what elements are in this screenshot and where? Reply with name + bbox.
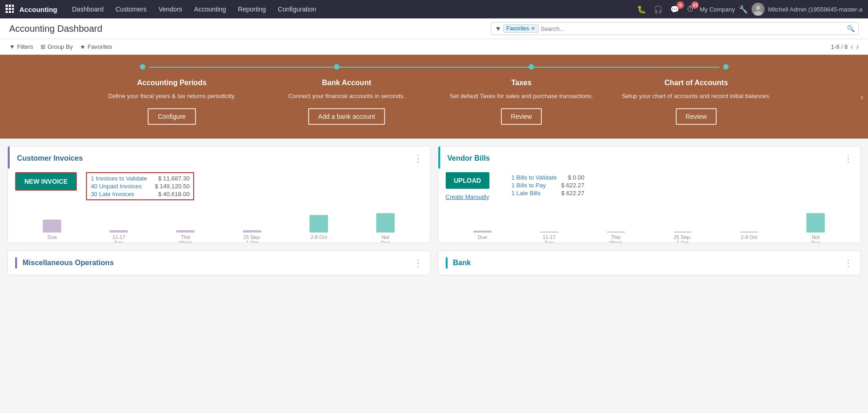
progress-dot-3 [529,64,534,70]
unpaid-invoices-label[interactable]: 40 Unpaid Invoices [91,183,142,190]
layers-icon: ⊞ [40,43,46,50]
svg-rect-1 [9,5,11,7]
upload-button[interactable]: UPLOAD [446,172,489,189]
page-title: Accounting Dashboard [9,23,483,34]
pagination-next[interactable]: › [856,42,859,52]
hero-step-4-title: Chart of Accounts [618,79,775,87]
chart-label: This Week [176,234,195,243]
chart-bar [376,213,395,233]
chart-label: 25 Sep-1 Oct [243,234,261,243]
chart-of-accounts-review-button[interactable]: Review [676,108,717,125]
filters-button[interactable]: ▼ Filters [9,43,33,50]
filter-tag-close[interactable]: ✕ [531,25,535,32]
progress-dot-2 [334,64,339,70]
filter-actions: ▼ Filters ⊞ Group By ★ Favorites [9,43,112,50]
chart-bar [109,230,128,233]
vendor-bills-title: Vendor Bills [448,154,490,163]
chart-label: Due [43,234,61,243]
chart-bar [540,232,558,233]
progress-dot-4 [723,64,729,70]
vendor-bills-stats: 1 Bills to Validate $ 0.00 1 Bills to Pa… [508,172,588,198]
late-invoices-label[interactable]: 30 Late Invoices [91,191,134,198]
bills-to-pay-label[interactable]: 1 Bills to Pay [512,182,546,189]
nav-vendors[interactable]: Vendors [153,3,188,16]
pagination: 1-8 / 8 ‹ › [831,42,859,52]
misc-operations-menu-btn[interactable]: ⋮ [414,257,423,268]
search-icon[interactable]: 🔍 [847,25,855,32]
svg-rect-0 [6,5,8,7]
invoices-to-validate-label[interactable]: 1 Invoices to Validate [91,175,147,182]
hero-step-3-desc: Set default Taxes for sales and purchase… [443,92,600,101]
hero-step-2: Bank Account Connect your financial acco… [259,79,434,125]
headset-icon[interactable]: 🎧 [652,3,665,16]
vendor-stat-row-3: 1 Late Bills $ 622.27 [512,190,585,197]
company-selector[interactable]: My Company [700,6,735,13]
customer-chart-bars [15,209,423,233]
vendor-chart-bars [446,209,853,233]
search-input[interactable] [540,25,847,32]
svg-rect-5 [12,8,14,10]
unpaid-invoices-value: $ 149,120.50 [155,183,190,190]
bills-to-validate-label[interactable]: 1 Bills to Validate [512,174,557,181]
vendor-bills-chart: Due11-17 SepThis Week25 Sep-1 Oct2-8 Oct… [438,206,861,243]
chart-label: 2-8 Oct [740,234,759,243]
chart-bar [176,230,195,233]
chart-bar [243,230,261,233]
chart-label: 11-17 Sep [109,234,128,243]
chart-label: Not Due [376,234,395,243]
user-name[interactable]: Mitchell Admin (19559645-master-a [768,6,862,13]
tools-icon[interactable]: 🔧 [739,5,748,14]
chart-bar [740,232,759,233]
avatar[interactable] [752,3,765,16]
grid-icon[interactable] [6,5,14,14]
chart-bar [806,213,825,233]
svg-rect-2 [12,5,14,7]
svg-rect-8 [12,11,14,13]
app-title[interactable]: Accounting [19,6,57,13]
chart-label: 25 Sep-1 Oct [673,234,692,243]
nav-dashboard[interactable]: Dashboard [67,3,109,16]
hero-next-arrow[interactable]: › [860,91,863,102]
customer-chart-labels: Due11-17 SepThis Week25 Sep-1 Oct2-8 Oct… [15,233,423,243]
customer-invoices-card: Customer Invoices ⋮ NEW INVOICE 1 Invoic… [7,146,431,243]
bills-to-pay-value: $ 622.27 [561,182,585,189]
pagination-text: 1-8 / 8 [831,43,848,50]
chart-label: Not Due [806,234,825,243]
svg-rect-4 [9,8,11,10]
vendor-bills-header: Vendor Bills ⋮ [438,146,861,169]
hero-step-1: Accounting Periods Define your fiscal ye… [85,79,259,125]
chat-icon[interactable]: 💬 5 [668,3,681,16]
vendor-bills-menu-btn[interactable]: ⋮ [844,153,853,164]
customer-invoices-title: Customer Invoices [17,154,83,163]
nav-accounting[interactable]: Accounting [189,3,231,16]
favorites-filter-tag[interactable]: Favorites ✕ [503,24,539,33]
taxes-review-button[interactable]: Review [501,108,542,125]
hero-progress [112,64,756,70]
vendor-stat-row-2: 1 Bills to Pay $ 622.27 [512,182,585,189]
favorites-button[interactable]: ★ Favorites [80,43,112,50]
nav-customers[interactable]: Customers [110,3,152,16]
svg-rect-3 [6,8,8,10]
customer-invoices-actions: NEW INVOICE 1 Invoices to Validate $ 11,… [8,169,430,206]
clock-icon[interactable]: ⏱ 23 [685,3,696,15]
new-invoice-button[interactable]: NEW INVOICE [15,172,77,191]
filter-icon: ▼ [495,25,501,32]
chart-bar [310,215,328,233]
bank-title: Bank [453,259,471,267]
late-bills-label[interactable]: 1 Late Bills [512,190,541,197]
customer-invoices-menu-btn[interactable]: ⋮ [414,153,423,164]
configure-button[interactable]: Configure [148,108,196,125]
bank-menu-btn[interactable]: ⋮ [844,257,853,268]
vendor-chart-labels: Due11-17 SepThis Week25 Sep-1 Oct2-8 Oct… [446,233,853,243]
group-by-button[interactable]: ⊞ Group By [40,43,73,50]
hero-step-2-desc: Connect your financial accounts in secon… [269,92,425,101]
late-bills-value: $ 622.27 [561,190,585,197]
svg-rect-6 [6,11,8,13]
nav-reporting[interactable]: Reporting [232,3,271,16]
create-manually-link[interactable]: Create Manually [446,193,489,200]
pagination-prev[interactable]: ‹ [851,42,853,52]
bug-icon[interactable]: 🐛 [635,3,648,16]
add-bank-account-button[interactable]: Add a bank account [308,108,385,125]
customer-stat-row-3: 30 Late Invoices $ 40,618.00 [91,191,190,198]
nav-configuration[interactable]: Configuration [272,3,322,16]
